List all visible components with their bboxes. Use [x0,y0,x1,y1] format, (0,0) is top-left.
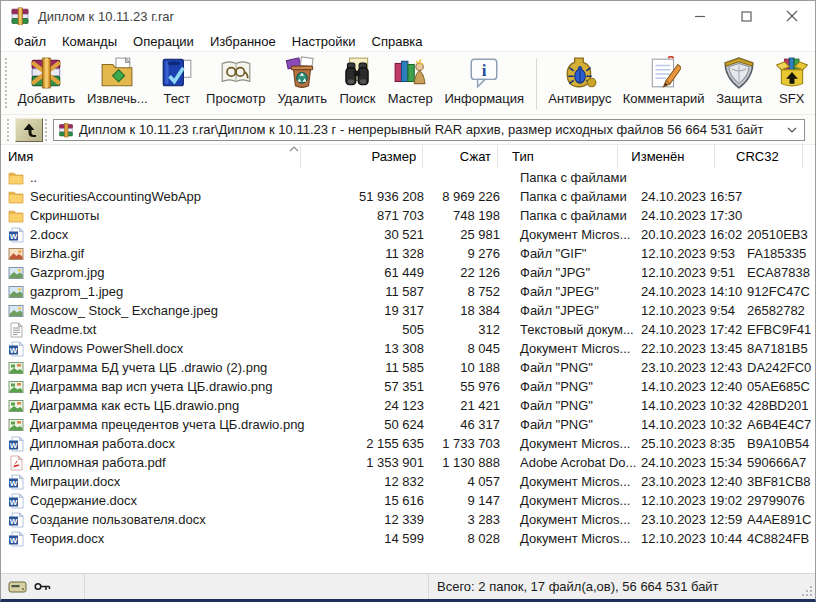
window-title: Диплом к 10.11.23 г.rar [38,9,677,24]
file-packed-size: 8 969 226 [430,189,506,204]
minimize-icon [695,11,706,22]
column-header-modified[interactable]: Изменён [618,145,715,168]
file-crc32: A4AE891C [726,512,815,527]
png-image-icon [8,360,24,376]
menu-item-commands[interactable]: Команды [54,33,125,50]
table-row[interactable]: gazprom_1.jpeg11 5878 752Файл "JPEG"24.1… [1,282,815,301]
svg-text:W: W [10,535,18,544]
maximize-button[interactable] [723,1,769,31]
table-row[interactable]: WСодержание.docx15 6169 147Документ Micr… [1,491,815,510]
table-row[interactable]: WСоздание пользователя.docx12 3393 283До… [1,510,815,529]
file-size: 50 624 [306,417,430,432]
word-doc-icon: W [8,227,24,243]
file-type: Документ Micros... [506,531,628,546]
toolbar-antivirus-button[interactable]: Антивирус [543,54,618,106]
toolbar-protect-label: Защита [716,91,762,106]
table-row[interactable]: Диаграмма вар исп учета ЦБ.drawio.png57 … [1,377,815,396]
menu-item-file[interactable]: Файл [6,33,54,50]
file-crc32: EFBC9F41 [726,322,815,337]
file-crc32: DA242FC0 [726,360,815,375]
file-modified: 23.10.2023 12:40 [628,474,726,489]
toolbar-add-button[interactable]: Добавить [12,54,81,106]
window-controls [677,1,815,31]
column-header-packed[interactable]: Сжат [423,145,498,168]
toolbar-view-button[interactable]: Просмотр [200,54,271,106]
toolbar-search-button[interactable]: Поиск [333,54,382,106]
file-packed-size: 4 057 [430,474,506,489]
address-gripper[interactable] [7,119,11,141]
file-size: 12 832 [306,474,430,489]
status-total-cell: Всего: 2 папок, 17 файл(а,ов), 56 664 53… [429,574,815,599]
jpg-image-icon [8,303,24,319]
minimize-button[interactable] [677,1,723,31]
search-icon [340,56,374,90]
key-button[interactable] [34,581,51,592]
toolbar-comment-button[interactable]: Комментарий [617,54,710,106]
table-row[interactable]: WДипломная работа.docx2 155 6351 733 703… [1,434,815,453]
svg-text:W: W [10,231,18,240]
table-row[interactable]: WМиграции.docx12 8324 057Документ Micros… [1,472,815,491]
file-name-cell: gazprom_1.jpeg [1,284,306,300]
table-row[interactable]: Диаграмма прецедентов учета ЦБ.drawio.pn… [1,415,815,434]
menu-item-help[interactable]: Справка [364,33,431,50]
table-row[interactable]: Readme.txt505312Текстовый докум...24.10.… [1,320,815,339]
archive-path-combobox[interactable]: Диплом к 10.11.23 г.rar\Диплом к 10.11.2… [53,119,805,141]
file-name-cell: Диаграмма вар исп учета ЦБ.drawio.png [1,379,306,395]
table-row[interactable]: SecuritiesAccountingWebApp51 936 2088 96… [1,187,815,206]
table-row[interactable]: Диаграмма как есть ЦБ.drawio.png24 12321… [1,396,815,415]
column-header-crc[interactable]: CRC32 [715,145,803,168]
file-size: 13 308 [306,341,430,356]
chevron-down-icon[interactable] [787,127,797,133]
drive-button[interactable] [8,580,27,594]
file-name-cell: Диаграмма как есть ЦБ.drawio.png [1,398,306,414]
file-name: Создание пользователя.docx [30,512,206,527]
menu-item-operations[interactable]: Операции [125,33,202,50]
table-row[interactable]: W2.docx30 52125 981Документ Micros...20.… [1,225,815,244]
toolbar-extract-button[interactable]: Извлечь... [81,54,153,106]
address-gripper-2[interactable] [45,119,49,141]
close-button[interactable] [769,1,815,31]
archive-path-text: Диплом к 10.11.23 г.rar\Диплом к 10.11.2… [79,122,782,137]
toolbar-test-label: Тест [163,91,190,106]
table-row[interactable]: Moscow_ Stock_ Exchange.jpeg19 31718 384… [1,301,815,320]
file-name: Теория.docx [30,531,104,546]
file-name: Дипломная работа.docx [30,436,175,451]
up-one-level-button[interactable] [15,118,43,142]
file-name-cell: Диаграмма БД учета ЦБ .drawio (2).png [1,360,306,376]
status-icons-cell [1,574,85,599]
file-packed-size: 8 045 [430,341,506,356]
table-row[interactable]: Скриншоты871 703748 198Папка с файлами24… [1,206,815,225]
toolbar-test-button[interactable]: Тест [154,54,201,106]
file-size: 15 616 [306,493,430,508]
table-row[interactable]: WWindows PowerShell.docx13 3088 045Докум… [1,339,815,358]
svg-text:i: i [482,61,487,80]
table-row[interactable]: Дипломная работа.pdf1 353 9011 130 888Ad… [1,453,815,472]
toolbar-protect-button[interactable]: Защита [710,54,768,106]
toolbar-gripper[interactable] [5,58,9,108]
menu-item-favorites[interactable]: Избранное [202,33,284,50]
file-size: 11 585 [306,360,430,375]
file-modified: 12.10.2023 9:51 [628,265,726,280]
toolbar-comment-label: Комментарий [623,91,705,106]
table-row[interactable]: Gazprom.jpg61 44922 126Файл "JPG"12.10.2… [1,263,815,282]
toolbar-wizard-button[interactable]: Мастер [382,54,439,106]
drive-icon [8,580,27,594]
table-row[interactable]: ..Папка с файлами [1,168,815,187]
svg-text:W: W [10,516,18,525]
column-header-size[interactable]: Размер [301,145,423,168]
column-header-name[interactable]: Имя [1,145,301,168]
table-row[interactable]: Birzha.gif11 3289 276Файл "GIF"12.10.202… [1,244,815,263]
toolbar-info-button[interactable]: iИнформация [439,54,530,106]
table-row[interactable]: Диаграмма БД учета ЦБ .drawio (2).png11 … [1,358,815,377]
file-modified: 22.10.2023 13:45 [628,341,726,356]
column-header-type[interactable]: Тип [498,145,618,168]
file-list-body[interactable]: ..Папка с файламиSecuritiesAccountingWeb… [1,168,815,573]
toolbar-sfx-button[interactable]: SFX [768,54,815,106]
table-row[interactable]: WТеория.docx14 5998 028Документ Micros..… [1,529,815,548]
file-modified: 24.10.2023 14:10 [628,284,726,299]
file-packed-size: 748 198 [430,208,506,223]
resize-grip[interactable] [801,585,813,597]
menu-item-options[interactable]: Настройки [284,33,364,50]
toolbar-delete-button[interactable]: Удалить [271,54,333,106]
file-name: Birzha.gif [30,246,84,261]
